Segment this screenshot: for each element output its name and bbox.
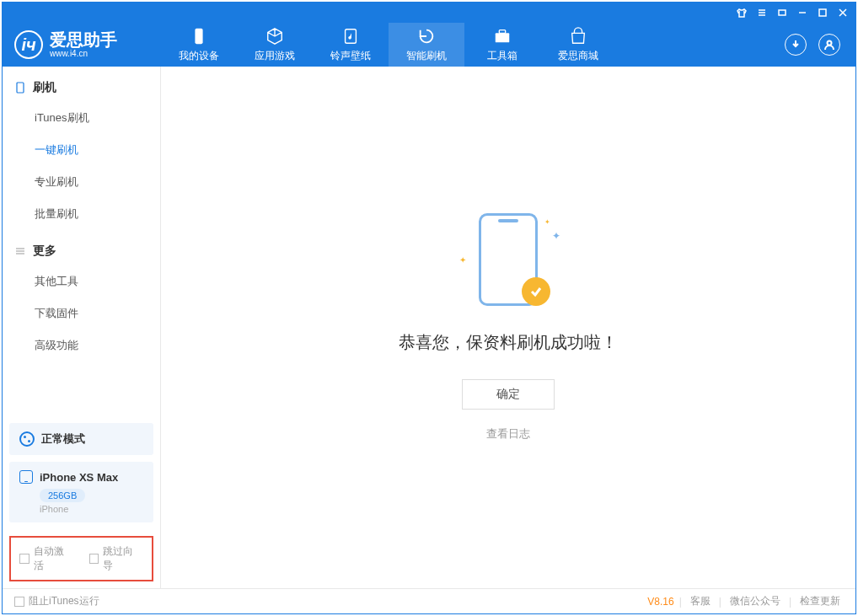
app-subtitle: www.i4.cn — [50, 50, 117, 58]
sparkle-icon: ✦ — [544, 218, 550, 226]
close-icon[interactable] — [837, 7, 849, 19]
view-log-link[interactable]: 查看日志 — [486, 426, 530, 442]
device-mode: 正常模式 — [41, 431, 85, 447]
tab-label: 铃声壁纸 — [330, 49, 371, 63]
tab-label: 我的设备 — [179, 49, 219, 63]
checkbox-icon — [14, 597, 24, 607]
shirt-icon[interactable] — [736, 7, 748, 19]
store-icon — [569, 27, 587, 46]
tab-apps-games[interactable]: 应用游戏 — [237, 23, 313, 67]
tab-ringtone-wallpaper[interactable]: 铃声壁纸 — [313, 23, 389, 67]
sidebar-item-download-firmware[interactable]: 下载固件 — [3, 297, 160, 329]
device-icon — [190, 27, 208, 46]
tab-smart-flash[interactable]: 智能刷机 — [389, 23, 464, 67]
checkbox-label: 自动激活 — [34, 544, 74, 573]
sidebar-item-advanced[interactable]: 高级功能 — [3, 329, 160, 362]
sparkle-icon: ✦ — [459, 255, 466, 265]
main-content: ✦ ✦ ✦ 恭喜您，保资料刷机成功啦！ 确定 查看日志 — [161, 67, 855, 588]
group-title: 更多 — [33, 244, 56, 259]
svg-rect-4 — [496, 33, 510, 42]
ok-button[interactable]: 确定 — [462, 379, 555, 410]
refresh-icon — [417, 27, 436, 46]
success-message: 恭喜您，保资料刷机成功啦！ — [399, 331, 618, 354]
checkbox-auto-activate[interactable]: 自动激活 — [19, 544, 74, 573]
maximize-icon[interactable] — [817, 7, 829, 19]
footer-link-update[interactable]: 检查更新 — [796, 594, 844, 608]
toolbox-icon — [493, 27, 512, 46]
device-capacity-badge: 256GB — [40, 489, 85, 502]
phone-icon — [14, 82, 26, 94]
phone-icon — [19, 470, 33, 484]
logo-badge-icon: iч — [14, 30, 43, 59]
version-label: V8.16 — [647, 596, 673, 608]
svg-rect-7 — [17, 83, 24, 93]
checkbox-block-itunes[interactable]: 阻止iTunes运行 — [14, 594, 99, 608]
checkbox-icon — [89, 554, 99, 564]
checkbox-label: 跳过向导 — [103, 544, 143, 573]
sidebar-group-flash: 刷机 — [3, 67, 160, 102]
device-info-box[interactable]: iPhone XS Max 256GB iPhone — [9, 462, 153, 522]
tab-label: 爱思商城 — [558, 49, 598, 63]
header: iч 爱思助手 www.i4.cn 我的设备 应用游戏 铃声壁纸 智能刷机 — [3, 23, 855, 67]
sparkle-icon: ✦ — [552, 230, 560, 242]
svg-rect-0 — [779, 10, 786, 15]
sidebar-item-other-tools[interactable]: 其他工具 — [3, 265, 160, 297]
sidebar-group-more: 更多 — [3, 230, 160, 265]
svg-rect-5 — [499, 29, 505, 33]
success-illustration: ✦ ✦ ✦ — [449, 213, 567, 314]
tab-label: 工具箱 — [487, 49, 517, 63]
checkbox-skip-guide[interactable]: 跳过向导 — [89, 544, 144, 573]
device-mode-box[interactable]: 正常模式 — [9, 423, 153, 455]
device-name: iPhone XS Max — [40, 471, 118, 484]
sidebar-item-itunes-flash[interactable]: iTunes刷机 — [3, 102, 160, 134]
sidebar: 刷机 iTunes刷机 一键刷机 专业刷机 批量刷机 更多 其他工具 下载固件 … — [3, 67, 161, 588]
footer-link-support[interactable]: 客服 — [687, 594, 714, 608]
rect-icon[interactable] — [776, 7, 788, 19]
tab-label: 智能刷机 — [406, 49, 447, 63]
footer: 阻止iTunes运行 V8.16 | 客服 | 微信公众号 | 检查更新 — [3, 588, 855, 613]
svg-rect-1 — [819, 9, 826, 16]
tab-label: 应用游戏 — [255, 49, 295, 63]
download-button[interactable] — [785, 34, 807, 56]
app-title: 爱思助手 — [50, 31, 117, 48]
app-logo: iч 爱思助手 www.i4.cn — [14, 23, 161, 67]
cube-icon — [265, 27, 284, 46]
checkbox-label: 阻止iTunes运行 — [29, 594, 99, 608]
group-title: 刷机 — [33, 80, 56, 95]
tab-toolbox[interactable]: 工具箱 — [464, 23, 540, 67]
check-badge-icon — [522, 277, 550, 306]
tab-store[interactable]: 爱思商城 — [540, 23, 616, 67]
menu-icon[interactable] — [756, 7, 768, 19]
mode-icon — [19, 431, 35, 447]
tab-my-device[interactable]: 我的设备 — [161, 23, 237, 67]
user-button[interactable] — [818, 34, 840, 56]
minimize-icon[interactable] — [796, 7, 808, 19]
list-icon — [14, 245, 26, 257]
device-type: iPhone — [40, 504, 143, 514]
titlebar — [3, 3, 855, 23]
checkbox-icon — [19, 554, 29, 564]
svg-rect-2 — [195, 28, 202, 43]
svg-point-6 — [828, 41, 832, 46]
sidebar-item-pro-flash[interactable]: 专业刷机 — [3, 166, 160, 198]
sidebar-item-oneclick-flash[interactable]: 一键刷机 — [3, 134, 160, 166]
highlighted-checks-box: 自动激活 跳过向导 — [9, 536, 153, 581]
music-icon — [341, 27, 360, 46]
sidebar-item-batch-flash[interactable]: 批量刷机 — [3, 198, 160, 230]
footer-link-wechat[interactable]: 微信公众号 — [727, 594, 784, 608]
